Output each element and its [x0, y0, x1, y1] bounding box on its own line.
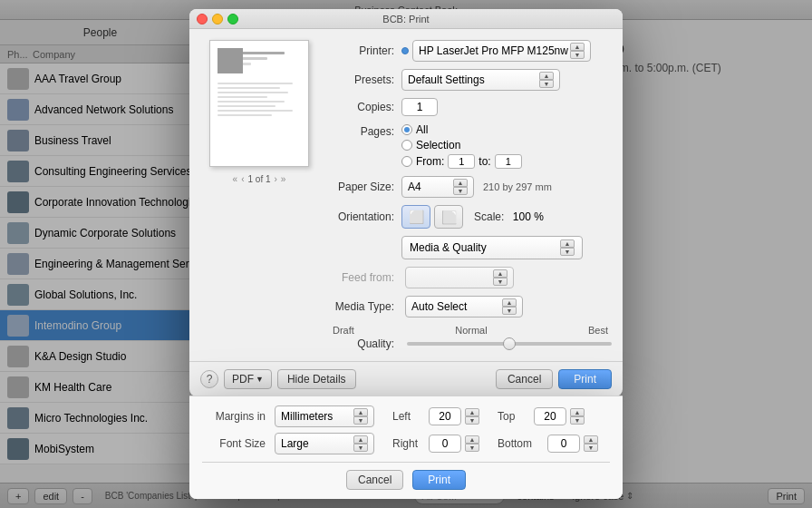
cancel-print-button[interactable]: Cancel: [496, 369, 553, 389]
bottom-down[interactable]: ▼: [584, 444, 598, 452]
paper-size-dims: 210 by 297 mm: [483, 181, 552, 192]
nav-prev[interactable]: ‹: [241, 174, 244, 184]
pages-all-radio[interactable]: [401, 124, 412, 135]
top-input[interactable]: [534, 407, 566, 425]
media-down[interactable]: ▼: [560, 248, 575, 256]
quality-slider[interactable]: [407, 342, 612, 346]
quality-slider-row: Quality:: [329, 337, 612, 350]
margins-down[interactable]: ▼: [353, 416, 368, 425]
left-stepper[interactable]: ▲ ▼: [465, 408, 479, 425]
printer-up[interactable]: ▲: [570, 43, 585, 51]
bottom-input[interactable]: [547, 435, 580, 453]
feed-down[interactable]: ▼: [493, 278, 508, 286]
orientation-landscape-btn[interactable]: ⬜: [434, 205, 463, 229]
margins-unit-select[interactable]: Millimeters ▲ ▼: [275, 405, 374, 427]
media-up[interactable]: ▲: [560, 239, 575, 248]
expanded-cancel-button[interactable]: Cancel: [346, 470, 403, 490]
expanded-print-button[interactable]: Print: [412, 470, 466, 490]
pages-to-label: to:: [478, 155, 490, 168]
pdf-arrow: ▼: [256, 375, 264, 384]
dialog-overlay: BCB: Print: [0, 0, 812, 508]
hide-details-button[interactable]: Hide Details: [277, 369, 356, 389]
top-input-group: ▲ ▼: [534, 407, 585, 425]
nav-last[interactable]: »: [281, 174, 286, 184]
left-up[interactable]: ▲: [465, 408, 479, 416]
media-type-stepper[interactable]: ▲ ▼: [502, 298, 517, 315]
orientation-portrait-btn[interactable]: ⬜: [401, 205, 430, 229]
top-stepper[interactable]: ▲ ▼: [570, 408, 585, 425]
pdf-label: PDF: [232, 373, 254, 386]
print-button[interactable]: Print: [558, 369, 612, 389]
presets-down[interactable]: ▼: [539, 80, 554, 88]
printer-row: Printer: HP LaserJet Pro MFP M125nw ▲ ▼: [329, 40, 612, 62]
printer-select[interactable]: HP LaserJet Pro MFP M125nw ▲ ▼: [412, 40, 591, 62]
feed-stepper[interactable]: ▲ ▼: [493, 269, 508, 286]
printer-label: Printer:: [329, 44, 401, 57]
quality-thumb[interactable]: [503, 337, 516, 350]
margins-stepper[interactable]: ▲ ▼: [353, 408, 368, 425]
font-size-down[interactable]: ▼: [353, 444, 368, 452]
pages-all-row[interactable]: All: [401, 123, 522, 136]
scale-input[interactable]: [508, 209, 548, 225]
media-type-up[interactable]: ▲: [502, 298, 517, 307]
margins-up[interactable]: ▲: [353, 408, 368, 416]
font-size-select[interactable]: Large ▲ ▼: [275, 433, 374, 454]
dialog-footer: ? PDF ▼ Hide Details Cancel Print: [189, 361, 623, 396]
bottom-up[interactable]: ▲: [584, 435, 598, 444]
pages-selection-radio[interactable]: [401, 140, 412, 151]
app-window: Business Contact Book People Companies P…: [0, 0, 812, 508]
dialog-title: BCB: Print: [382, 14, 429, 24]
paper-stepper[interactable]: ▲ ▼: [453, 179, 468, 195]
help-button[interactable]: ?: [200, 370, 218, 388]
right-up[interactable]: ▲: [465, 435, 479, 444]
printer-value: HP LaserJet Pro MFP M125nw: [419, 44, 568, 57]
printer-stepper[interactable]: ▲ ▼: [570, 43, 585, 59]
pages-from-input[interactable]: [448, 154, 475, 169]
quality-best-label: Best: [588, 325, 608, 336]
copies-input[interactable]: [401, 98, 438, 116]
close-button[interactable]: [197, 14, 208, 24]
left-input[interactable]: [429, 407, 461, 425]
pages-selection-row[interactable]: Selection: [401, 139, 522, 151]
top-down[interactable]: ▼: [570, 416, 585, 425]
portrait-icon: ⬜: [409, 210, 424, 224]
right-stepper[interactable]: ▲ ▼: [465, 435, 479, 452]
printer-down[interactable]: ▼: [570, 51, 585, 59]
nav-next[interactable]: ›: [275, 174, 277, 184]
presets-stepper[interactable]: ▲ ▼: [539, 72, 554, 88]
left-label: Left: [392, 410, 420, 423]
nav-first[interactable]: «: [233, 174, 238, 184]
landscape-icon: ⬜: [441, 210, 456, 225]
media-quality-select[interactable]: Media & Quality ▲ ▼: [401, 236, 583, 259]
pages-range-radio[interactable]: [401, 156, 412, 167]
font-size-up[interactable]: ▲: [353, 435, 368, 444]
minimize-button[interactable]: [212, 14, 223, 24]
top-up[interactable]: ▲: [570, 408, 585, 416]
print-dialog: BCB: Print: [189, 9, 623, 396]
quality-draft-label: Draft: [333, 325, 354, 336]
copies-label: Copies:: [329, 101, 401, 113]
bottom-input-group: ▲ ▼: [547, 435, 598, 453]
left-down[interactable]: ▼: [465, 416, 479, 425]
media-type-select[interactable]: Auto Select ▲ ▼: [405, 296, 523, 318]
font-size-row: Font Size Large ▲ ▼ Right ▲: [202, 433, 610, 454]
media-stepper[interactable]: ▲ ▼: [560, 239, 575, 256]
bottom-stepper[interactable]: ▲ ▼: [584, 435, 598, 452]
right-down[interactable]: ▼: [465, 444, 479, 452]
paper-size-select[interactable]: A4 ▲ ▼: [401, 176, 474, 198]
pages-to-input[interactable]: [495, 154, 522, 169]
font-size-stepper[interactable]: ▲ ▼: [353, 435, 368, 452]
presets-control: Default Settings ▲ ▼: [401, 69, 612, 91]
media-type-down[interactable]: ▼: [502, 307, 517, 315]
pdf-button[interactable]: PDF ▼: [224, 369, 272, 389]
right-input[interactable]: [429, 435, 461, 453]
feed-from-select[interactable]: ▲ ▼: [405, 267, 514, 288]
paper-up[interactable]: ▲: [453, 179, 468, 187]
preview-panel: « ‹ 1 of 1 › »: [200, 40, 318, 350]
presets-up[interactable]: ▲: [539, 72, 554, 80]
margins-label: Margins in: [202, 410, 266, 423]
presets-select[interactable]: Default Settings ▲ ▼: [401, 69, 560, 91]
paper-down[interactable]: ▼: [453, 187, 468, 195]
feed-up[interactable]: ▲: [493, 269, 508, 278]
maximize-button[interactable]: [227, 14, 238, 24]
